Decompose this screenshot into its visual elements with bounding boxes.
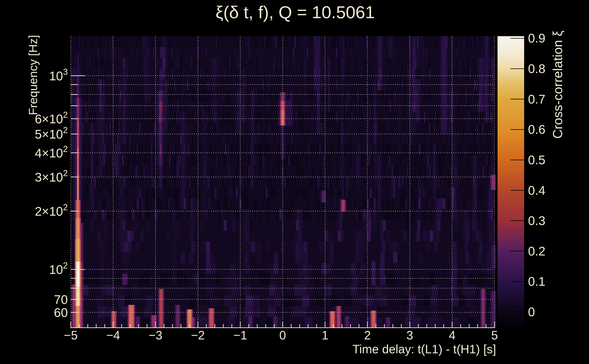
svg-text:6×102: 6×102 <box>35 110 68 126</box>
svg-text:0.3: 0.3 <box>528 214 545 228</box>
svg-text:0.2: 0.2 <box>528 244 545 258</box>
svg-text:−3: −3 <box>149 329 162 342</box>
svg-text:1: 1 <box>321 329 328 342</box>
svg-text:−4: −4 <box>106 329 120 342</box>
svg-text:70: 70 <box>54 292 68 307</box>
svg-text:0.6: 0.6 <box>528 122 545 136</box>
svg-text:3×102: 3×102 <box>35 168 68 184</box>
svg-text:Frequency [Hz]: Frequency [Hz] <box>26 35 39 115</box>
svg-text:0: 0 <box>279 329 286 342</box>
svg-text:2: 2 <box>364 329 371 342</box>
svg-text:60: 60 <box>54 306 68 320</box>
svg-text:5×102: 5×102 <box>35 125 68 141</box>
svg-text:0.4: 0.4 <box>528 183 545 197</box>
svg-text:Cross-correlation ξ: Cross-correlation ξ <box>550 31 565 139</box>
svg-text:4×102: 4×102 <box>35 144 68 160</box>
svg-text:0.7: 0.7 <box>528 92 545 106</box>
svg-text:ξ(δ t, f), Q = 10.5061: ξ(δ t, f), Q = 10.5061 <box>216 2 375 22</box>
svg-text:0.9: 0.9 <box>528 31 545 45</box>
svg-text:−5: −5 <box>64 329 78 342</box>
svg-text:0.1: 0.1 <box>528 274 545 288</box>
svg-text:3: 3 <box>406 329 413 342</box>
svg-text:2×102: 2×102 <box>35 202 68 218</box>
svg-text:−2: −2 <box>191 329 205 342</box>
svg-text:0: 0 <box>528 305 535 319</box>
svg-text:Time delay: t(L1) - t(H1) [s]: Time delay: t(L1) - t(H1) [s] <box>352 342 496 356</box>
svg-text:5: 5 <box>491 329 498 342</box>
svg-text:0.8: 0.8 <box>528 62 545 76</box>
svg-text:4: 4 <box>449 329 455 342</box>
svg-text:−1: −1 <box>234 329 247 342</box>
svg-text:0.5: 0.5 <box>528 153 545 167</box>
